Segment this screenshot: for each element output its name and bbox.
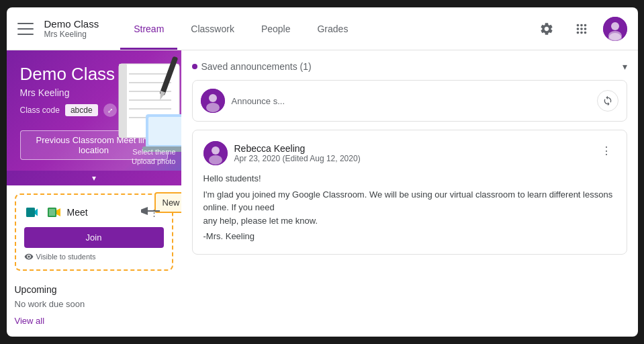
visible-label: Visible to students: [24, 252, 164, 261]
hero-chevron[interactable]: ▾: [7, 171, 181, 185]
hero-banner: Demo Class Mrs Keeling Class code abcde …: [7, 50, 181, 171]
meet-title: Meet: [67, 207, 88, 218]
tab-classwork[interactable]: Classwork: [177, 7, 248, 50]
svg-point-25: [206, 103, 220, 112]
settings-icon: [539, 22, 554, 36]
post-author-name: Rebecca Keeling: [234, 143, 361, 154]
nav-right: [533, 15, 627, 42]
tab-stream[interactable]: Stream: [120, 7, 177, 50]
annotation-text: New Classroom Meet link location: [163, 198, 181, 208]
post-card: Rebecca Keeling Apr 23, 2020 (Edited Aug…: [192, 130, 627, 255]
announcement-text: Announce s...: [232, 96, 285, 106]
nav-tabs: Stream Classwork People Grades: [120, 7, 533, 50]
view-all-button[interactable]: View all: [15, 316, 45, 326]
repost-button[interactable]: [597, 90, 618, 112]
visible-text: Visible to students: [36, 253, 96, 261]
svg-rect-21: [49, 209, 55, 216]
hero-actions: Select theme Upload photo: [132, 148, 175, 165]
app-title-block: Demo Class Mrs Keeling: [44, 18, 99, 39]
meet-card-container: Meet ⋮ Join Visible to students: [7, 185, 181, 276]
announcement-left: Announce s...: [201, 89, 285, 113]
post-line1: Hello students!: [203, 172, 616, 185]
svg-point-27: [212, 146, 220, 155]
announcement-card: Announce s...: [192, 80, 627, 122]
class-code-label: Class code: [20, 105, 60, 115]
post-more-button[interactable]: ⋮: [597, 141, 616, 160]
post-line2: I'm glad you joined my Google Classroom.…: [203, 188, 616, 214]
post-author: Rebecca Keeling Apr 23, 2020 (Edited Aug…: [203, 141, 361, 165]
user-avatar[interactable]: [603, 17, 627, 41]
post-line3: any help, please let me know.: [203, 214, 616, 228]
saved-ann-title: Saved announcements (1): [201, 61, 312, 72]
tab-people[interactable]: People: [248, 7, 304, 50]
svg-rect-4: [119, 64, 127, 138]
settings-button[interactable]: [533, 15, 560, 42]
avatar-image: [603, 17, 627, 41]
more-vert-icon: ⋮: [601, 145, 612, 157]
grid-icon: [574, 22, 589, 36]
meet-icon-label: Meet: [24, 204, 88, 220]
tab-grades[interactable]: Grades: [304, 7, 361, 50]
post-header: Rebecca Keeling Apr 23, 2020 (Edited Aug…: [203, 141, 616, 165]
svg-point-28: [209, 155, 222, 165]
announcement-avatar: [201, 89, 225, 113]
svg-marker-20: [56, 208, 60, 216]
left-panel: Demo Class Mrs Keeling Class code abcde …: [7, 50, 181, 337]
repost-icon: [602, 95, 613, 106]
svg-point-24: [209, 94, 217, 102]
svg-point-1: [611, 22, 619, 30]
eye-icon: [24, 252, 34, 261]
join-button[interactable]: Join: [24, 227, 164, 248]
chevron-down-icon: ▾: [92, 173, 96, 183]
post-avatar-svg: [203, 141, 228, 165]
select-theme-button[interactable]: Select theme: [132, 148, 175, 156]
hamburger-icon[interactable]: [17, 21, 34, 37]
app-title-sub: Mrs Keeling: [44, 30, 99, 39]
svg-rect-15: [148, 117, 181, 145]
top-nav: Demo Class Mrs Keeling Stream Classwork …: [7, 7, 638, 50]
saved-dot: [192, 64, 197, 69]
right-panel: Saved announcements (1) ▾ Announce s...: [181, 50, 638, 337]
upload-photo-button[interactable]: Upload photo: [132, 157, 175, 165]
app-window: Demo Class Mrs Keeling Stream Classwork …: [7, 7, 638, 337]
avatar-svg: [201, 89, 225, 113]
upcoming-section: Upcoming No work due soon View all: [7, 276, 181, 335]
main-content: Demo Class Mrs Keeling Class code abcde …: [7, 50, 638, 337]
annotation-arrow: [141, 204, 161, 218]
post-body: Hello students! I'm glad you joined my G…: [203, 172, 616, 243]
post-line4: -Mrs. Keeling: [203, 230, 616, 243]
upcoming-title: Upcoming: [15, 284, 173, 295]
no-work-label: No work due soon: [15, 299, 173, 309]
saved-announcements-header: Saved announcements (1) ▾: [192, 61, 627, 72]
saved-ann-chevron[interactable]: ▾: [623, 61, 627, 72]
post-date: Apr 23, 2020 (Edited Aug 12, 2020): [234, 154, 361, 163]
post-avatar: [203, 141, 228, 165]
meet-icon: [24, 204, 40, 220]
grid-button[interactable]: [568, 15, 595, 42]
post-author-info: Rebecca Keeling Apr 23, 2020 (Edited Aug…: [234, 143, 361, 163]
app-title-main: Demo Class: [44, 18, 99, 30]
meet-logo-icon: [46, 204, 62, 220]
